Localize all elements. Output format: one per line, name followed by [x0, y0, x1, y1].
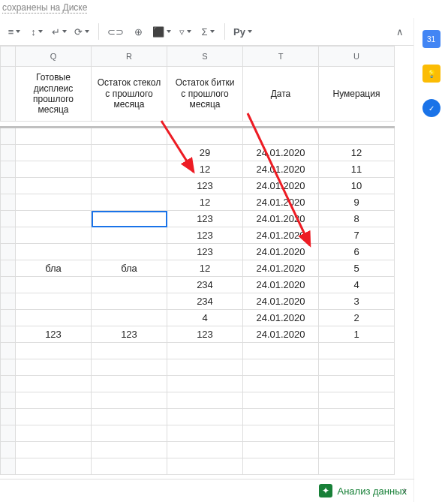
cell[interactable]: 3 [319, 293, 395, 310]
header-Q[interactable]: Готовые дисплеис прошлого месяца [16, 67, 92, 122]
insert-comment-button[interactable]: ⊕ [128, 23, 148, 41]
pyscript-button[interactable]: Py [232, 23, 254, 41]
cell[interactable] [167, 442, 243, 458]
cell[interactable]: 9 [319, 194, 395, 211]
filter-button[interactable]: ▿ [176, 23, 195, 41]
col-header-S[interactable]: S [167, 47, 243, 67]
cell[interactable] [92, 343, 167, 359]
cell[interactable]: 4 [319, 277, 395, 293]
cell[interactable] [92, 211, 167, 227]
cell[interactable] [167, 343, 243, 359]
cell[interactable]: 12 [167, 260, 243, 277]
cell[interactable]: 24.01.2020 [243, 227, 319, 244]
cell[interactable] [167, 458, 243, 475]
cell[interactable]: 29 [167, 145, 243, 161]
col-header-T[interactable]: T [243, 47, 319, 67]
cell[interactable]: 4 [167, 310, 243, 326]
cell[interactable]: 1 [319, 326, 395, 343]
cell[interactable]: 123 [167, 211, 243, 227]
cell[interactable] [319, 343, 395, 359]
cell[interactable] [16, 178, 92, 194]
row-header[interactable] [1, 161, 16, 178]
cell[interactable] [92, 425, 167, 442]
cell[interactable] [319, 442, 395, 458]
cell[interactable] [243, 376, 319, 392]
cell[interactable] [319, 458, 395, 475]
analyze-data-button[interactable]: ✦ Анализ данных [319, 484, 407, 497]
row-header[interactable] [1, 326, 16, 343]
cell[interactable]: 12 [167, 161, 243, 178]
cell[interactable] [92, 244, 167, 260]
cell[interactable] [16, 293, 92, 310]
cell[interactable] [319, 425, 395, 442]
insert-chart-button[interactable]: ⬛ [151, 23, 173, 41]
cell[interactable]: бла [92, 260, 167, 277]
header-S[interactable]: Остаток битки с прошлого месяца [167, 67, 243, 122]
wrap-button[interactable]: ↵ [50, 23, 69, 41]
cell[interactable] [243, 392, 319, 409]
cell[interactable] [243, 442, 319, 458]
row-header[interactable] [1, 244, 16, 260]
cell[interactable] [92, 145, 167, 161]
cell[interactable] [243, 343, 319, 359]
cell[interactable] [167, 376, 243, 392]
col-header-U[interactable]: U [319, 47, 395, 67]
cell[interactable] [92, 227, 167, 244]
cell[interactable] [16, 458, 92, 475]
row-header[interactable] [1, 145, 16, 161]
cell[interactable] [16, 128, 92, 145]
cell[interactable] [16, 194, 92, 211]
cell[interactable]: 234 [167, 277, 243, 293]
row-header[interactable] [1, 442, 16, 458]
row-header[interactable] [1, 425, 16, 442]
cell[interactable]: 5 [319, 260, 395, 277]
cell[interactable] [16, 442, 92, 458]
cell[interactable]: 24.01.2020 [243, 310, 319, 326]
cell[interactable] [319, 392, 395, 409]
cell[interactable] [243, 458, 319, 475]
cell[interactable] [167, 392, 243, 409]
cell[interactable] [92, 293, 167, 310]
cell[interactable] [92, 178, 167, 194]
cell[interactable]: 123 [167, 244, 243, 260]
cell[interactable]: 123 [16, 326, 92, 343]
header-R[interactable]: Остаток стекол с прошлого месяца [92, 67, 167, 122]
row-header[interactable] [1, 458, 16, 475]
cell[interactable] [92, 376, 167, 392]
cell[interactable] [92, 194, 167, 211]
row-header[interactable] [1, 227, 16, 244]
cell[interactable] [16, 392, 92, 409]
row-header[interactable] [1, 376, 16, 392]
cell[interactable] [92, 409, 167, 425]
cell[interactable] [243, 425, 319, 442]
cell[interactable] [92, 310, 167, 326]
cell[interactable]: 24.01.2020 [243, 145, 319, 161]
cell[interactable] [16, 161, 92, 178]
row-header[interactable] [1, 67, 16, 122]
cell[interactable]: 24.01.2020 [243, 194, 319, 211]
cell[interactable]: 24.01.2020 [243, 326, 319, 343]
cell[interactable] [92, 359, 167, 376]
cell[interactable] [16, 359, 92, 376]
row-header[interactable] [1, 260, 16, 277]
rotate-button[interactable]: ⟳ [72, 23, 92, 41]
row-header[interactable] [1, 194, 16, 211]
row-header[interactable] [1, 343, 16, 359]
cell[interactable] [16, 227, 92, 244]
row-header[interactable] [1, 211, 16, 227]
cell[interactable] [16, 343, 92, 359]
spreadsheet-grid[interactable]: Q R S T U Готовые дисплеис прошлого меся… [0, 46, 414, 479]
cell[interactable]: 12 [167, 194, 243, 211]
cell[interactable] [319, 359, 395, 376]
cell[interactable]: 24.01.2020 [243, 178, 319, 194]
row-header[interactable] [1, 178, 16, 194]
cell[interactable]: 24.01.2020 [243, 211, 319, 227]
cell[interactable]: бла [16, 260, 92, 277]
cell[interactable] [92, 392, 167, 409]
tasks-icon[interactable]: ✓ [422, 99, 440, 117]
cell[interactable]: 7 [319, 227, 395, 244]
cell[interactable] [167, 128, 243, 145]
side-panel-toggle[interactable]: › [403, 484, 407, 496]
cell[interactable] [167, 409, 243, 425]
cell[interactable]: 123 [167, 326, 243, 343]
